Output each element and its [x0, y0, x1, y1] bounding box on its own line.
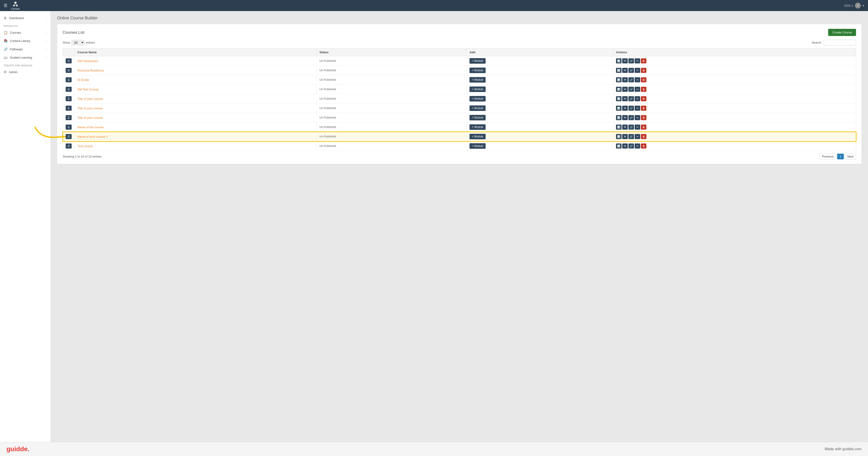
add-module-button[interactable]: + Module	[469, 96, 486, 102]
entries-select[interactable]: 10 25 50 100	[72, 40, 85, 45]
chart-icon-button[interactable]: 📊	[616, 143, 621, 148]
drag-handle-icon[interactable]: ☰	[66, 68, 72, 73]
delete-icon-button[interactable]: 🗑	[641, 58, 646, 63]
chart-icon-button[interactable]: 📊	[616, 106, 621, 111]
link-icon-button[interactable]: 🔗	[628, 106, 634, 111]
course-name-link[interactable]: Self Awareness	[78, 59, 98, 63]
chart-icon-button[interactable]: 📊	[616, 77, 621, 82]
sidebar-item-dashboard[interactable]: 🖥 Dashboard ›	[0, 14, 51, 22]
table-row: ☰Title of your courseUn-Published+ Modul…	[63, 94, 856, 104]
sidebar-item-content-library[interactable]: 📚 Content Library ›	[0, 37, 51, 45]
edit-icon-button[interactable]: ✏	[634, 124, 640, 130]
view-icon-button[interactable]: 👁	[622, 134, 628, 139]
drag-handle-icon[interactable]: ☰	[66, 143, 72, 148]
link-icon-button[interactable]: 🔗	[628, 96, 634, 101]
view-icon-button[interactable]: 👁	[622, 58, 628, 63]
avatar[interactable]: U	[855, 3, 861, 8]
chart-icon-button[interactable]: 📊	[616, 58, 621, 63]
add-module-button[interactable]: + Module	[469, 106, 486, 111]
link-icon-button[interactable]: 🔗	[628, 87, 634, 92]
link-icon-button[interactable]: 🔗	[628, 143, 634, 148]
delete-icon-button[interactable]: 🗑	[641, 115, 646, 120]
edit-icon-button[interactable]: ✏	[634, 87, 640, 92]
view-icon-button[interactable]: 👁	[622, 106, 628, 111]
course-name-link[interactable]: Title of your course	[78, 97, 103, 101]
edit-icon-button[interactable]: ✏	[634, 134, 640, 139]
add-module-button[interactable]: + Module	[469, 77, 486, 83]
sidebar-item-pathways[interactable]: 🔗 Pathways ›	[0, 45, 51, 53]
course-name-link[interactable]: Hi Emilie	[78, 78, 89, 82]
course-name-link[interactable]: Title of your course	[78, 116, 103, 119]
chart-icon-button[interactable]: 📊	[616, 68, 621, 73]
view-icon-button[interactable]: 👁	[622, 96, 628, 101]
sidebar-item-admin[interactable]: ⚙ Admin ›	[0, 68, 51, 76]
link-icon-button[interactable]: 🔗	[628, 77, 634, 82]
delete-icon-button[interactable]: 🗑	[641, 106, 646, 111]
drag-handle-icon[interactable]: ☰	[66, 96, 72, 101]
add-module-button[interactable]: + Module	[469, 67, 486, 73]
drag-handle-icon[interactable]: ☰	[66, 134, 72, 139]
link-icon-button[interactable]: 🔗	[628, 124, 634, 130]
top-nav: ☰ Censeo EDS 1 U ▾	[0, 0, 868, 11]
delete-icon-button[interactable]: 🗑	[641, 134, 646, 139]
drag-handle-icon[interactable]: ☰	[66, 115, 72, 120]
edit-icon-button[interactable]: ✏	[634, 77, 640, 82]
previous-button[interactable]: Previous	[819, 153, 836, 160]
delete-icon-button[interactable]: 🗑	[641, 96, 646, 101]
edit-icon-button[interactable]: ✏	[634, 115, 640, 120]
link-icon-button[interactable]: 🔗	[628, 68, 634, 73]
course-name-link[interactable]: Test course	[78, 144, 93, 148]
delete-icon-button[interactable]: 🗑	[641, 68, 646, 73]
course-name-link[interactable]: Personal Resilience	[78, 69, 104, 72]
link-icon-button[interactable]: 🔗	[628, 115, 634, 120]
edit-icon-button[interactable]: ✏	[634, 96, 640, 101]
edit-icon-button[interactable]: ✏	[634, 68, 640, 73]
chart-icon-button[interactable]: 📊	[616, 96, 621, 101]
delete-icon-button[interactable]: 🗑	[641, 143, 646, 148]
link-icon-button[interactable]: 🔗	[628, 134, 634, 139]
drag-handle-icon[interactable]: ☰	[66, 87, 72, 92]
search-input[interactable]	[824, 40, 856, 46]
view-icon-button[interactable]: 👁	[622, 124, 628, 130]
chart-icon-button[interactable]: 📊	[616, 115, 621, 120]
edit-icon-button[interactable]: ✏	[634, 58, 640, 63]
add-module-button[interactable]: + Module	[469, 58, 486, 64]
delete-icon-button[interactable]: 🗑	[641, 87, 646, 92]
edit-icon-button[interactable]: ✏	[634, 143, 640, 148]
course-name-link[interactable]: Name of your course 2	[78, 135, 108, 138]
drag-handle-icon[interactable]: ☰	[66, 106, 72, 111]
chart-icon-button[interactable]: 📊	[616, 134, 621, 139]
add-module-button[interactable]: + Module	[469, 134, 486, 139]
drag-handle-icon[interactable]: ☰	[66, 77, 72, 82]
drag-handle-icon[interactable]: ☰	[66, 124, 72, 130]
delete-icon-button[interactable]: 🗑	[641, 77, 646, 82]
view-icon-button[interactable]: 👁	[622, 115, 628, 120]
chevron-right-icon-6: ›	[46, 70, 47, 73]
page-1-button[interactable]: 1	[837, 153, 844, 160]
status-cell: Un-Published	[316, 113, 467, 122]
hamburger-icon[interactable]: ☰	[4, 3, 7, 8]
dropdown-icon[interactable]: ▾	[863, 4, 864, 7]
add-module-button[interactable]: + Module	[469, 115, 486, 120]
view-icon-button[interactable]: 👁	[622, 87, 628, 92]
add-module-button[interactable]: + Module	[469, 124, 486, 130]
course-name-link[interactable]: SM Test Course	[78, 88, 99, 91]
view-icon-button[interactable]: 👁	[622, 68, 628, 73]
drag-handle-icon[interactable]: ☰	[66, 58, 72, 63]
add-module-button[interactable]: + Module	[469, 86, 486, 92]
course-name-link[interactable]: Name of the course	[78, 125, 103, 129]
sidebar-item-guided-learning[interactable]: 📖 Guided Learning ›	[0, 53, 51, 62]
create-course-button[interactable]: Create Course	[828, 29, 856, 36]
add-module-button[interactable]: + Module	[469, 143, 486, 149]
course-name-link[interactable]: Title of your course	[78, 107, 103, 110]
chart-icon-button[interactable]: 📊	[616, 124, 621, 130]
delete-icon-button[interactable]: 🗑	[641, 124, 646, 130]
chart-icon-button[interactable]: 📊	[616, 87, 621, 92]
view-icon-button[interactable]: 👁	[622, 77, 628, 82]
next-button[interactable]: Next	[845, 153, 856, 160]
edit-icon-button[interactable]: ✏	[634, 106, 640, 111]
create-manage-section-label: CREATE AND MANAGE	[0, 62, 51, 68]
link-icon-button[interactable]: 🔗	[628, 58, 634, 63]
view-icon-button[interactable]: 👁	[622, 143, 628, 148]
sidebar-item-courses[interactable]: 📋 Courses ›	[0, 28, 51, 37]
